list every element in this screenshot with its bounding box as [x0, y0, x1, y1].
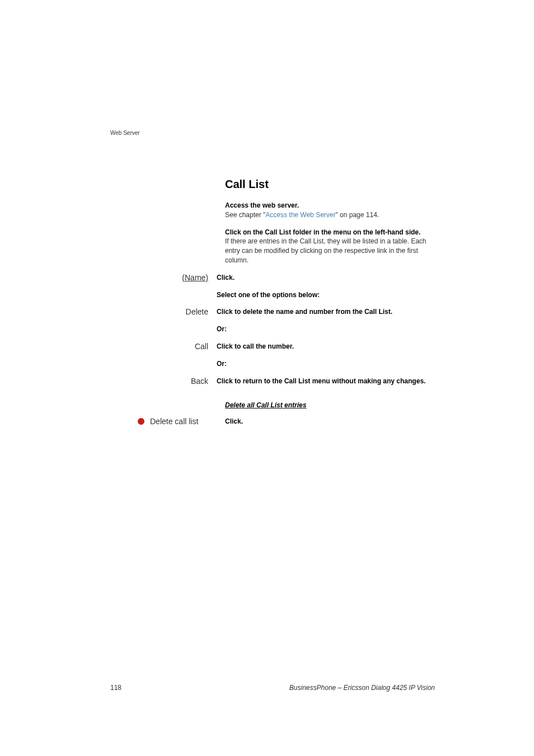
- content-area: Call List Access the web server. See cha…: [110, 178, 435, 434]
- row-or2: Or:: [110, 359, 435, 369]
- bullet-desc: Click.: [225, 417, 243, 425]
- row-delete-label: Delete: [110, 307, 217, 316]
- sub-heading: Delete all Call List entries: [225, 401, 435, 409]
- row-or1-desc: Or:: [217, 325, 435, 334]
- para2-block: Click on the Call List folder in the men…: [225, 228, 435, 265]
- row-or2-desc: Or:: [217, 359, 435, 369]
- intro-regular: See chapter "Access the Web Server" on p…: [225, 210, 435, 220]
- row-back-desc: Click to return to the Call List menu wi…: [217, 377, 435, 386]
- row-name-desc: Click.: [217, 273, 435, 283]
- footer: 118 BusinessPhone – Ericsson Dialog 4425…: [110, 684, 435, 692]
- bullet-label: Delete call list: [150, 417, 217, 426]
- intro-prefix: See chapter ": [225, 211, 265, 219]
- row-call-label: Call: [110, 342, 217, 351]
- para2-bold: Click on the Call List folder in the men…: [225, 228, 435, 237]
- bullet-row-delete-all: Delete call list Click.: [110, 417, 435, 426]
- page-number: 118: [110, 684, 121, 692]
- row-delete-desc: Click to delete the name and number from…: [217, 307, 435, 317]
- row-name-label: (Name): [110, 273, 217, 282]
- row-delete: Delete Click to delete the name and numb…: [110, 307, 435, 317]
- section-heading: Call List: [225, 178, 435, 191]
- intro-link[interactable]: Access the Web Server: [265, 211, 335, 219]
- row-call: Call Click to call the number.: [110, 342, 435, 351]
- header-section-label: Web Server: [110, 130, 140, 136]
- row-back-label: Back: [110, 377, 217, 386]
- bullet-icon: [138, 418, 144, 425]
- row-back: Back Click to return to the Call List me…: [110, 377, 435, 386]
- row-name: (Name) Click.: [110, 273, 435, 283]
- footer-title: BusinessPhone – Ericsson Dialog 4425 IP …: [289, 684, 435, 692]
- row-call-desc: Click to call the number.: [217, 342, 435, 351]
- intro-bold: Access the web server.: [225, 201, 435, 210]
- para2-reg: If there are entries in the Call List, t…: [225, 237, 435, 265]
- intro-suffix: " on page 114.: [335, 211, 379, 219]
- intro-block: Access the web server. See chapter "Acce…: [225, 201, 435, 220]
- row-or1: Or:: [110, 325, 435, 334]
- row-select-desc: Select one of the options below:: [217, 290, 435, 300]
- row-select: Select one of the options below:: [110, 290, 435, 300]
